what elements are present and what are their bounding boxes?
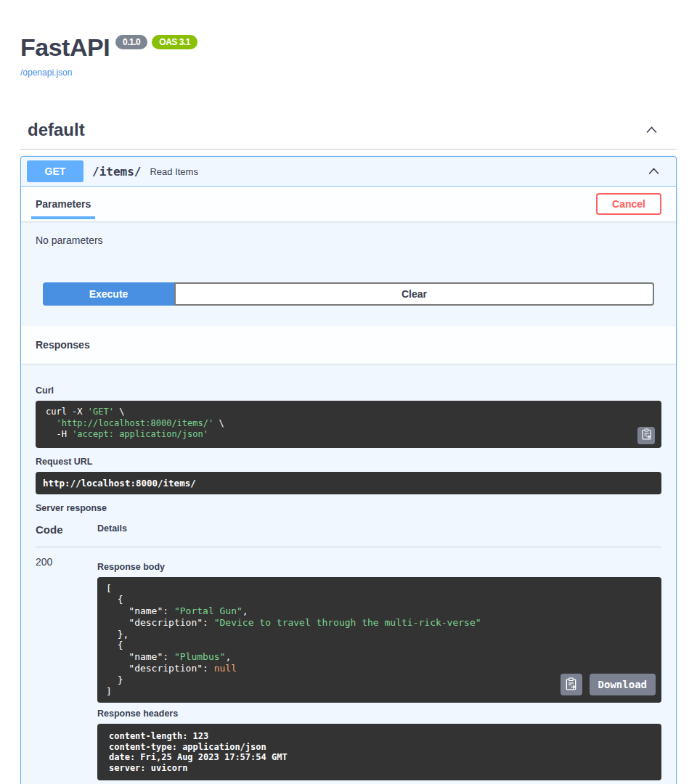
responses-wrapper: Curl curl -X 'GET' \ 'http://localhost:8… (21, 364, 676, 784)
download-button[interactable]: Download (590, 674, 656, 695)
operation-summary: Read Items (150, 166, 197, 177)
execute-button[interactable]: Execute (43, 282, 174, 306)
opblock-get-items: GET /items/ Read Items Parameters Cancel… (20, 156, 677, 784)
server-response-table-header: Code Details (36, 523, 661, 547)
version-badge: 0.1.0 (115, 35, 147, 49)
cancel-button[interactable]: Cancel (596, 193, 661, 215)
no-parameters-text: No parameters (21, 221, 676, 246)
response-details-cell: Response body Download[ { "name": "Porta… (97, 556, 661, 781)
tag-title: default (28, 120, 85, 140)
request-url-value: http://localhost:8000/items/ (36, 472, 661, 494)
tab-parameters[interactable]: Parameters (36, 198, 91, 210)
method-badge: GET (27, 160, 83, 182)
response-body-actions: Download (561, 674, 656, 695)
curl-label: Curl (36, 385, 661, 396)
response-headers-label: Response headers (97, 709, 661, 719)
tag-section-header[interactable]: default (20, 120, 677, 150)
clipboard-icon (565, 677, 577, 693)
copy-response-button[interactable] (561, 674, 582, 695)
api-title: FastAPI 0.1.0 OAS 3.1 (20, 33, 677, 61)
openapi-spec-link[interactable]: /openapi.json (20, 68, 72, 78)
spacer (21, 306, 676, 326)
response-headers: content-length: 123 content-type: applic… (97, 724, 661, 780)
parameters-section-header: Parameters Cancel (21, 187, 676, 221)
chevron-up-icon (648, 166, 660, 177)
oas-badge: OAS 3.1 (152, 35, 197, 49)
request-url-label: Request URL (36, 457, 661, 467)
execute-row: Execute Clear (43, 282, 654, 306)
status-code: 200 (36, 556, 97, 781)
api-title-text: FastAPI (20, 33, 110, 61)
curl-command: curl -X 'GET' \ 'http://localhost:8000/i… (36, 401, 661, 448)
responses-header-label: Responses (36, 339, 90, 351)
swagger-ui-page: FastAPI 0.1.0 OAS 3.1 /openapi.json defa… (20, 0, 677, 784)
api-info-header: FastAPI 0.1.0 OAS 3.1 /openapi.json (20, 0, 677, 78)
operation-path: /items/ (92, 165, 141, 179)
responses-section-header: Responses (21, 326, 676, 364)
server-response-row: 200 Response body Download[ { "name": "P… (36, 547, 661, 781)
opblock-summary[interactable]: GET /items/ Read Items (21, 157, 676, 187)
api-badges: 0.1.0 OAS 3.1 (115, 35, 197, 49)
collapse-operation-button[interactable] (645, 163, 663, 180)
chevron-up-icon[interactable] (645, 123, 658, 136)
server-response-label: Server response (36, 503, 661, 513)
details-column-header: Details (97, 523, 127, 536)
parameters-container: No parameters Execute Clear (21, 221, 676, 326)
clear-button[interactable]: Clear (174, 282, 654, 306)
response-body: Download[ { "name": "Portal Gun", "descr… (97, 577, 661, 703)
copy-curl-button[interactable] (637, 427, 655, 444)
clipboard-icon (641, 428, 652, 442)
response-body-label: Response body (97, 562, 661, 572)
code-column-header: Code (36, 523, 97, 536)
